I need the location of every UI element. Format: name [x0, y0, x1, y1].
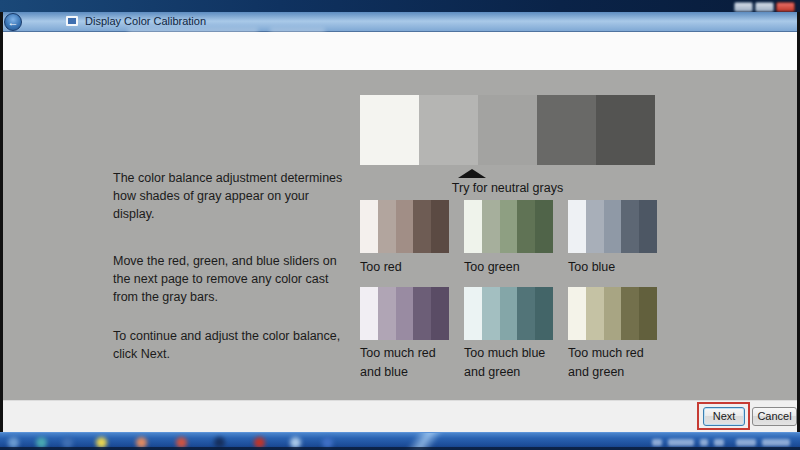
swatch-band: [360, 287, 378, 340]
tray-network-icon[interactable]: [736, 439, 756, 446]
color-cast-swatch: [464, 200, 553, 253]
swatch-band: [621, 287, 639, 340]
instruction-paragraph-1: The color balance adjustment determines …: [113, 170, 353, 223]
gray-bar-band: [537, 95, 596, 165]
red-highlight-annotation: [697, 402, 750, 430]
swatch-band: [431, 287, 449, 340]
minimize-button[interactable]: [734, 2, 753, 12]
swatch-band: [586, 287, 604, 340]
window-caption-buttons: [734, 2, 795, 12]
page-header-band: How to adjust color balance: [0, 32, 800, 70]
swatch-band: [604, 200, 622, 253]
swatch-band: [396, 200, 414, 253]
swatch-band: [586, 200, 604, 253]
swatch-band: [535, 287, 553, 340]
swatch-label: Too much red and green: [568, 344, 662, 382]
marker-triangle-icon: [458, 169, 486, 178]
instruction-paragraph-2: Move the red, green, and blue sliders on…: [113, 253, 353, 306]
cancel-button[interactable]: Cancel: [752, 407, 797, 426]
swatch-band: [639, 287, 657, 340]
gray-bar-band: [419, 95, 478, 165]
swatch-band: [378, 200, 396, 253]
close-button[interactable]: [776, 2, 795, 12]
swatch-band: [482, 287, 500, 340]
swatch-label: Too red: [360, 258, 454, 277]
color-cast-swatch: [568, 200, 657, 253]
color-cast-swatch: [568, 287, 657, 340]
swatch-label: Too blue: [568, 258, 662, 277]
swatch-band: [378, 287, 396, 340]
tray-icon[interactable]: [668, 439, 694, 446]
swatch-band: [413, 287, 431, 340]
instruction-paragraph-3: To continue and adjust the color balance…: [113, 328, 353, 364]
swatch-band: [568, 287, 586, 340]
outer-window-titlebar: [0, 0, 800, 12]
swatch-label: Too much red and blue: [360, 344, 454, 382]
display-app-icon: [66, 16, 78, 26]
swatch-band: [464, 287, 482, 340]
tray-icon[interactable]: [652, 439, 662, 446]
swatch-band: [464, 200, 482, 253]
swatch-band: [500, 287, 518, 340]
neutral-gray-bars: [360, 95, 655, 165]
swatch-band: [500, 200, 518, 253]
window-title: Display Color Calibration: [85, 15, 206, 27]
back-button[interactable]: ←: [4, 13, 22, 31]
gray-bar-band: [360, 95, 419, 165]
swatch-band: [413, 200, 431, 253]
taskbar-clock[interactable]: [762, 439, 790, 446]
swatch-label: Too green: [464, 258, 558, 277]
swatch-band: [535, 200, 553, 253]
window-left-edge: [0, 12, 3, 450]
swatch-band: [517, 200, 535, 253]
taskbar[interactable]: [0, 432, 800, 450]
swatch-band: [604, 287, 622, 340]
swatch-band: [360, 200, 378, 253]
swatch-band: [517, 287, 535, 340]
swatch-band: [431, 200, 449, 253]
maximize-button[interactable]: [755, 2, 774, 12]
color-cast-swatch: [360, 287, 449, 340]
neutral-grays-caption: Try for neutral grays: [360, 181, 655, 195]
wizard-footer-bar: [0, 400, 800, 432]
swatch-band: [396, 287, 414, 340]
color-cast-swatch: [464, 287, 553, 340]
tray-icon[interactable]: [714, 439, 724, 446]
swatch-band: [568, 200, 586, 253]
tray-icon[interactable]: [700, 439, 708, 446]
gray-bar-band: [596, 95, 655, 165]
color-cast-swatch: [360, 200, 449, 253]
swatch-band: [639, 200, 657, 253]
swatch-band: [482, 200, 500, 253]
gray-bar-band: [478, 95, 537, 165]
swatch-label: Too much blue and green: [464, 344, 558, 382]
swatch-band: [621, 200, 639, 253]
